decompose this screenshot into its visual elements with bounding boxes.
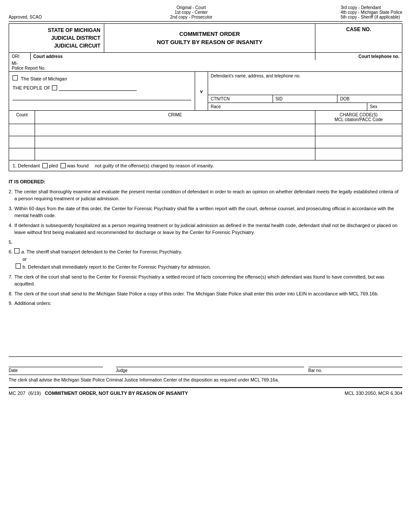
header-center: COMMITMENT ORDER NOT GUILTY BY REASON OF… [104, 24, 315, 52]
barno-sig-block [308, 359, 403, 367]
header-title-line2: NOT GUILTY BY REASON OF INSANITY [157, 38, 262, 47]
judge-sig-block [116, 359, 304, 367]
charge-header: CHARGE CODE(S)MCL citation/PACC Code [315, 111, 402, 124]
header-left: STATE OF MICHIGAN JUDICIAL DISTRICT JUDI… [9, 24, 104, 52]
parties-right: Defendant's name, address, and telephone… [208, 72, 402, 110]
v-separator: v [195, 72, 208, 110]
footer: MC 207 (6/19) COMMITMENT ORDER, NOT GUIL… [9, 387, 402, 396]
dob-field: DOB [337, 95, 402, 103]
item3-num: 3. [9, 205, 13, 212]
item6a-text: a. The sheriff shall transport defendant… [21, 248, 182, 256]
was-found-checkbox[interactable] [61, 163, 66, 168]
ordered-item-2: 2. The center shall thoroughly examine a… [9, 188, 402, 202]
header-circuit: JUDICIAL CIRCUIT [13, 42, 100, 50]
form-date-code: (6/19) [29, 391, 41, 396]
parties-line [13, 94, 191, 100]
state-checkbox-row: The State of Michigan [13, 75, 191, 81]
item9-text: Additional orders: [14, 300, 51, 307]
pled-checkbox[interactable] [42, 163, 48, 168]
ori-label: ORI [9, 53, 31, 60]
ordered-item-9: 9. Additional orders: [9, 300, 402, 307]
page: Approved, SCAO Original - Court1st copy … [0, 0, 411, 532]
plea-suffix: not guilty of the offense(s) charged by … [95, 163, 214, 168]
item4-num: 4. [9, 222, 13, 229]
item8-text: The clerk of the court shall send to the… [14, 290, 379, 298]
header-district: JUDICIAL DISTRICT [13, 34, 100, 42]
item8-num: 8. [9, 290, 13, 298]
court-tel-label: Court telephone no. [315, 53, 402, 60]
header-case-no: CASE NO. [315, 24, 402, 52]
footer-mcl-ref: MCL 330.2050, MCR 6.304 [345, 391, 403, 396]
item6b-checkbox[interactable] [16, 263, 21, 269]
date-sig-block [9, 359, 103, 367]
state-checkbox[interactable] [13, 75, 18, 80]
item2-text: The center shall thoroughly examine and … [14, 188, 402, 202]
signature-section: Date Judge Bar no. The clerk shall advis… [9, 356, 402, 383]
it-is-ordered: IT IS ORDERED: [9, 178, 402, 186]
item7-num: 7. [9, 273, 13, 281]
approved-label: Approved, SCAO [9, 15, 42, 19]
judge-line[interactable] [116, 359, 304, 367]
defendant-fields-row: CTN/TCN SID DOB [208, 95, 402, 103]
pled-checkbox-item: pled [42, 163, 58, 168]
item6b-text: b. Defendant shall immediately report to… [22, 263, 211, 271]
header-section: STATE OF MICHIGAN JUDICIAL DISTRICT JUDI… [9, 23, 402, 52]
ordered-item-8: 8. The clerk of the court shall send to … [9, 290, 402, 298]
state-label: The State of Michigan [21, 76, 67, 81]
people-of-label: THE PEOPLE OF [13, 85, 50, 90]
header-title-line1: COMMITMENT ORDER [179, 30, 240, 38]
ctn-field: CTN/TCN [208, 95, 273, 103]
date-sig-label: Date [9, 368, 103, 373]
ordered-item-4: 4. If defendant is subsequently hospital… [9, 222, 402, 236]
sig-labels-row: Date Judge Bar no. [9, 368, 402, 373]
copy-info-left: Original - Court1st copy - Center2nd cop… [170, 5, 212, 19]
was-found-label: was found [67, 163, 89, 168]
people-of-row: THE PEOPLE OF [13, 85, 191, 91]
item6b-row: b. Defendant shall immediately report to… [16, 263, 402, 271]
defendant-name-row: Defendant's name, address, and telephone… [208, 72, 402, 95]
parties-left: The State of Michigan THE PEOPLE OF [9, 72, 195, 110]
table-row [9, 148, 402, 160]
was-found-checkbox-item: was found [61, 163, 89, 168]
item3-text: Within 60 days from the date of this ord… [14, 205, 402, 219]
defendant-race-row: Race Sex [208, 103, 402, 110]
clerk-notice: The clerk shall advise the Michigan Stat… [9, 375, 402, 383]
footer-form-name: COMMITMENT ORDER, NOT GUILTY BY REASON O… [45, 391, 188, 396]
header-state: STATE OF MICHIGAN [13, 26, 100, 34]
people-of-checkbox[interactable] [52, 85, 57, 90]
ordered-item-3: 3. Within 60 days from the date of this … [9, 205, 402, 219]
body-content: IT IS ORDERED: 2. The center shall thoro… [9, 171, 402, 339]
defendant-name-label: Defendant's name, address, and telephone… [211, 74, 301, 78]
signature-lines-row [9, 359, 402, 367]
crime-header: CRIME [35, 111, 315, 124]
ori-row: ORI Court address Court telephone no. [9, 52, 402, 60]
barno-line[interactable] [308, 359, 403, 367]
form-number: MC 207 [9, 391, 26, 396]
additional-orders-space [9, 310, 402, 336]
crime-table: Count CRIME CHARGE CODE(S)MCL citation/P… [9, 110, 402, 160]
race-field: Race [208, 103, 367, 110]
barno-sig-label: Bar no. [308, 368, 403, 373]
item4-text: If defendant is subsequently hospitalize… [14, 222, 402, 236]
table-row [9, 136, 402, 148]
court-address-label: Court address [31, 53, 315, 60]
crime-table-header: Count CRIME CHARGE CODE(S)MCL citation/P… [9, 111, 402, 124]
item6-num: 6. [9, 248, 13, 256]
footer-left: MC 207 (6/19) COMMITMENT ORDER, NOT GUIL… [9, 391, 188, 396]
parties-section: The State of Michigan THE PEOPLE OF v De… [9, 71, 402, 110]
ordered-item-6: 6. a. The sheriff shall transport defend… [9, 248, 402, 271]
ordered-item-5: 5. [9, 239, 402, 246]
mi-row: MI- Police Report No. [9, 60, 402, 71]
item6-or: or [16, 256, 402, 263]
item6a-checkbox[interactable] [14, 248, 19, 253]
item6-main: 6. a. The sheriff shall transport defend… [9, 248, 402, 256]
judge-sig-label: Judge [116, 368, 304, 373]
mi-text: MI- Police Report No. [9, 60, 402, 71]
people-of-field[interactable] [59, 85, 137, 91]
copy-info-right: 3rd copy - Defendant4th copy - Michigan … [340, 5, 402, 19]
sex-field: Sex [367, 103, 402, 110]
plea-row: 1. Defendant pled was found not guilty o… [9, 160, 402, 171]
count-header: Count [9, 111, 35, 124]
copy-info-row: Approved, SCAO Original - Court1st copy … [9, 5, 402, 22]
date-line[interactable] [9, 359, 103, 367]
